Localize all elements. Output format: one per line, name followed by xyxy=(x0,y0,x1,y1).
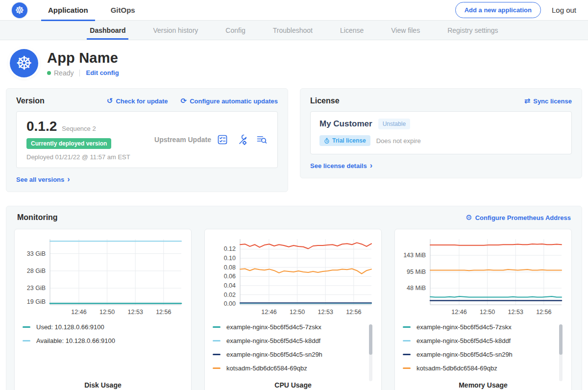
svg-text:12:56: 12:56 xyxy=(156,309,171,316)
legend-label: example-nginx-5bc6f5d4c5-7zskx xyxy=(416,323,512,331)
svg-text:12:56: 12:56 xyxy=(536,309,551,316)
disk-usage-chart-panel: 19 GiB23 GiB28 GiB33 GiB12:4612:5012:531… xyxy=(14,229,192,390)
svg-text:19 GiB: 19 GiB xyxy=(27,298,46,305)
legend-color-dash xyxy=(23,340,30,341)
svg-text:0.04: 0.04 xyxy=(224,282,236,289)
license-card: License ⇄ Sync license My Customer Unsta… xyxy=(300,88,582,178)
customer-name: My Customer xyxy=(319,119,372,129)
cpu-usage-legend: example-nginx-5bc6f5d4c5-7zskxexample-ng… xyxy=(213,323,373,378)
svg-text:12:53: 12:53 xyxy=(508,309,523,316)
svg-text:12:53: 12:53 xyxy=(318,309,333,316)
svg-text:33 GiB: 33 GiB xyxy=(27,250,46,257)
legend-label: kotsadm-5db6dc6584-69qbz xyxy=(416,365,497,372)
version-number: 0.1.2 xyxy=(26,119,57,134)
trial-license-badge: Trial license xyxy=(319,135,370,146)
subnav-version-history[interactable]: Version history xyxy=(139,21,212,40)
svg-text:143 MiB: 143 MiB xyxy=(403,252,426,259)
subnav-dashboard[interactable]: Dashboard xyxy=(76,21,139,40)
status-ready-dot xyxy=(47,71,51,75)
svg-text:48 MiB: 48 MiB xyxy=(407,285,426,292)
version-sequence: Sequence 2 xyxy=(62,125,96,132)
subnav-registry-settings[interactable]: Registry settings xyxy=(434,21,512,40)
legend-scrollbar-thumb[interactable] xyxy=(369,324,372,355)
legend-label: example-nginx-5bc6f5d4c5-k8ddf xyxy=(226,337,320,344)
legend-label: Available: 10.128.0.66:9100 xyxy=(36,337,115,344)
edit-config-link[interactable]: Edit config xyxy=(86,69,119,76)
legend-label: example-nginx-5bc6f5d4c5-k8ddf xyxy=(416,337,511,344)
svg-text:12:56: 12:56 xyxy=(346,309,361,316)
subnav-troubleshoot[interactable]: Troubleshoot xyxy=(259,21,326,40)
tab-application[interactable]: Application xyxy=(41,0,95,21)
legend-item: example-nginx-5bc6f5d4c5-sn29h xyxy=(403,351,555,358)
svg-text:12:46: 12:46 xyxy=(71,309,86,316)
version-card-title: Version xyxy=(16,97,94,105)
check-for-update-link[interactable]: ↺ Check for update xyxy=(107,97,168,105)
disk-usage-chart: 19 GiB23 GiB28 GiB33 GiB12:4612:5012:531… xyxy=(23,235,183,317)
configure-automatic-updates-link[interactable]: ⟳ Configure automatic updates xyxy=(181,97,278,105)
add-new-application-button[interactable]: Add a new application xyxy=(455,2,541,18)
subnav-config[interactable]: Config xyxy=(212,21,259,40)
tab-gitops[interactable]: GitOps xyxy=(104,0,142,21)
legend-color-dash xyxy=(403,354,411,355)
svg-text:0.02: 0.02 xyxy=(224,292,236,298)
legend-item: example-nginx-5bc6f5d4c5-sn29h xyxy=(213,351,365,358)
svg-text:12:50: 12:50 xyxy=(480,309,495,316)
status-text: Ready xyxy=(54,69,74,77)
legend-scrollbar-thumb[interactable] xyxy=(559,324,563,355)
page-title: App Name xyxy=(47,50,119,66)
legend-color-dash xyxy=(403,340,411,341)
chevron-right-icon: › xyxy=(370,161,372,170)
subnav-view-files[interactable]: View files xyxy=(377,21,434,40)
chart-title: Disk Usage xyxy=(23,378,183,390)
legend-label: example-nginx-5bc6f5d4c5-sn29h xyxy=(226,351,322,358)
subnav-license[interactable]: License xyxy=(326,21,377,40)
svg-text:95 MiB: 95 MiB xyxy=(407,268,426,275)
legend-item: example-nginx-5bc6f5d4c5-k8ddf xyxy=(403,337,555,344)
legend-color-dash xyxy=(213,367,220,369)
preflight-checks-icon[interactable] xyxy=(217,134,228,146)
app-header: ☸ App Name Ready Edit config xyxy=(0,40,588,82)
memory-usage-legend: example-nginx-5bc6f5d4c5-7zskxexample-ng… xyxy=(403,323,564,378)
channel-badge: Unstable xyxy=(378,119,410,129)
top-navbar: ☸ Application GitOps Add a new applicati… xyxy=(0,0,588,21)
see-license-details-link[interactable]: See license details › xyxy=(310,161,372,170)
disk-usage-legend: Used: 10.128.0.66:9100Available: 10.128.… xyxy=(23,323,183,378)
gear-icon: ⚙ xyxy=(466,213,472,222)
svg-text:0.06: 0.06 xyxy=(224,273,236,280)
svg-text:0.00: 0.00 xyxy=(224,300,236,307)
legend-color-dash xyxy=(403,367,411,369)
svg-text:12:53: 12:53 xyxy=(128,309,143,316)
svg-text:0.08: 0.08 xyxy=(224,264,236,271)
clock-refresh-icon: ⟳ xyxy=(181,97,187,105)
memory-usage-chart-panel: 48 MiB95 MiB143 MiB12:4612:5012:5312:56 … xyxy=(394,229,572,390)
chevron-right-icon: › xyxy=(67,175,70,184)
legend-label: Used: 10.128.0.66:9100 xyxy=(36,323,104,331)
configure-prometheus-link[interactable]: ⚙ Configure Prometheus Address xyxy=(466,213,571,222)
legend-item: example-nginx-5bc6f5d4c5-7zskx xyxy=(403,323,555,331)
svg-text:0.12: 0.12 xyxy=(224,245,236,252)
legend-scrollbar xyxy=(369,324,372,381)
version-source-label: Upstream Update xyxy=(149,136,217,144)
see-all-versions-link[interactable]: See all versions › xyxy=(16,175,70,184)
app-subnav: Dashboard Version history Config Trouble… xyxy=(0,21,588,40)
legend-color-dash xyxy=(403,326,411,328)
sync-arrows-icon: ⇄ xyxy=(524,97,531,105)
svg-text:12:50: 12:50 xyxy=(99,309,115,316)
cpu-usage-chart: 0.000.020.040.060.080.100.1212:4612:5012… xyxy=(213,235,373,317)
svg-text:0.10: 0.10 xyxy=(224,255,236,262)
sync-license-link[interactable]: ⇄ Sync license xyxy=(524,97,572,105)
tab-gitops-label: GitOps xyxy=(111,6,135,14)
legend-color-dash xyxy=(213,326,220,328)
refresh-icon: ↺ xyxy=(107,97,113,105)
logout-button[interactable]: Log out xyxy=(552,6,576,14)
legend-item: kotsadm-5db6dc6584-69qbz xyxy=(213,365,365,372)
currently-deployed-badge: Currently deployed version xyxy=(26,138,111,149)
legend-item: kotsadm-5db6dc6584-69qbz xyxy=(403,365,555,372)
svg-text:12:46: 12:46 xyxy=(451,309,466,316)
kubernetes-logo-icon[interactable]: ☸ xyxy=(12,2,27,18)
legend-item: example-nginx-5bc6f5d4c5-7zskx xyxy=(213,323,365,331)
legend-color-dash xyxy=(213,354,220,355)
deploy-logs-icon[interactable] xyxy=(256,134,268,146)
stopwatch-icon xyxy=(324,138,330,144)
edit-config-icon[interactable] xyxy=(236,134,248,146)
